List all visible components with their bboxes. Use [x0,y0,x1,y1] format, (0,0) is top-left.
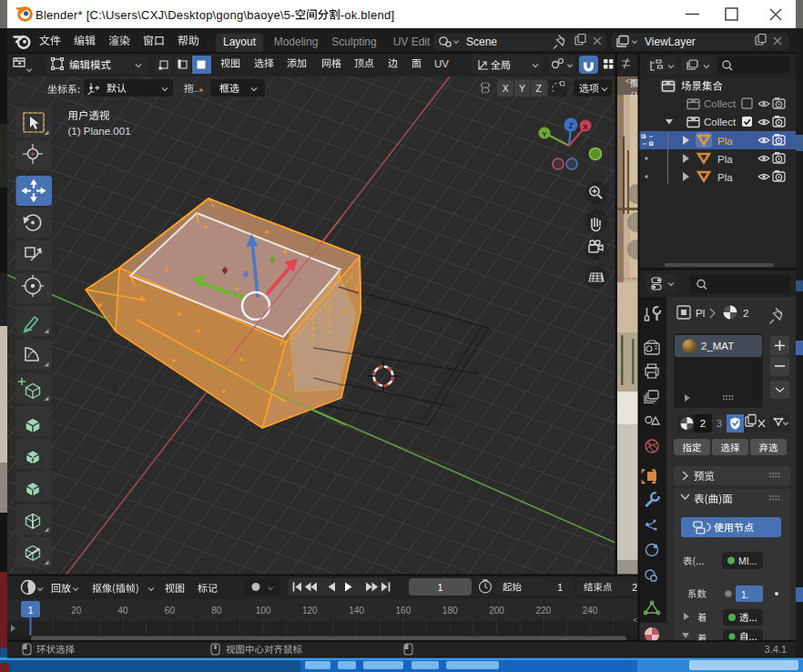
svg-text:2: 2 [743,308,748,319]
svg-text:UV: UV [434,58,449,69]
svg-text:UV Edit: UV Edit [393,36,431,48]
svg-text:2: 2 [700,418,706,429]
svg-text:140: 140 [349,606,364,616]
svg-text:X: X [503,83,509,94]
svg-text:200: 200 [489,606,504,616]
svg-text:Blender* [C:\Users\CXJ\Desktop: Blender* [C:\Users\CXJ\Desktop\gong\baoy… [36,8,295,22]
svg-text:Sculpting: Sculpting [331,36,376,48]
svg-text:180: 180 [442,606,458,616]
svg-text:-ok.blend]: -ok.blend] [341,8,395,22]
svg-text:2_MAT: 2_MAT [701,341,734,351]
svg-text:2: 2 [632,582,637,593]
svg-text:80: 80 [211,606,222,616]
svg-text:Y: Y [519,83,525,94]
svg-text:Collect: Collect [704,117,737,127]
svg-text:Pla: Pla [717,172,733,183]
svg-text:Z: Z [568,121,573,130]
svg-text:Pla: Pla [717,136,733,147]
svg-text:<: < [633,616,637,625]
svg-text:(1) Plane.001: (1) Plane.001 [68,126,131,137]
svg-text:40: 40 [118,606,129,616]
svg-text:120: 120 [302,606,318,616]
svg-text:Collect: Collect [704,98,737,109]
svg-text:Modeling: Modeling [274,36,319,48]
svg-text:220: 220 [535,606,551,616]
svg-text:Y: Y [542,130,547,138]
svg-text:Scene: Scene [466,36,497,48]
svg-text:1: 1 [437,582,442,593]
svg-text:X: X [583,123,588,131]
svg-text:MI...: MI... [738,555,757,566]
svg-text:60: 60 [165,606,176,616]
svg-text:Pl: Pl [696,308,705,319]
svg-text:Pla: Pla [717,154,733,165]
svg-text:1: 1 [557,582,563,593]
svg-text:160: 160 [396,606,412,616]
svg-text:Layout: Layout [223,36,257,48]
svg-text:20: 20 [71,606,82,616]
svg-text:1.: 1. [741,589,749,600]
svg-text:3.4.1: 3.4.1 [765,644,787,655]
svg-text:ViewLayer: ViewLayer [645,36,696,48]
svg-text:Z: Z [536,83,543,94]
svg-text:100: 100 [256,606,271,616]
svg-text:(1: (1 [631,90,638,99]
svg-text:3: 3 [717,418,722,429]
svg-text:..: .. [194,83,199,94]
svg-text:240: 240 [583,606,598,616]
svg-text:1: 1 [27,605,33,616]
